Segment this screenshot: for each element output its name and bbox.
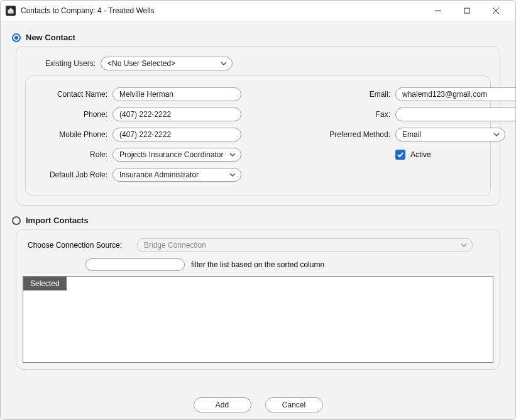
role-dropdown[interactable]: Projects Insurance Coordinator bbox=[113, 148, 241, 162]
contact-form-panel: Contact Name: Melville Herman Email: wha… bbox=[25, 75, 491, 196]
chevron-down-icon bbox=[221, 60, 227, 67]
default-job-role-dropdown[interactable]: Insurance Administrator bbox=[113, 168, 241, 182]
import-contacts-heading: Import Contacts bbox=[26, 216, 89, 225]
email-label: Email: bbox=[307, 90, 395, 99]
filter-input[interactable] bbox=[85, 258, 185, 271]
button-bar: Add Cancel bbox=[1, 397, 515, 412]
contact-name-label: Contact Name: bbox=[37, 90, 113, 99]
contact-name-input[interactable]: Melville Herman bbox=[113, 87, 241, 101]
filter-hint: filter the list based on the sorted colu… bbox=[191, 260, 324, 269]
new-contact-panel: Existing Users: <No User Selected> Conta… bbox=[16, 46, 500, 206]
existing-users-dropdown[interactable]: <No User Selected> bbox=[101, 57, 233, 70]
title-bar: Contacts to Company: 4 - Treated Wells bbox=[1, 1, 515, 21]
existing-users-label: Existing Users: bbox=[25, 59, 101, 68]
fax-label: Fax: bbox=[307, 110, 395, 119]
connection-source-dropdown[interactable]: Bridge Connection bbox=[137, 238, 473, 252]
app-icon bbox=[6, 6, 16, 16]
import-contacts-radio[interactable] bbox=[12, 216, 21, 225]
mobile-phone-label: Mobile Phone: bbox=[37, 130, 113, 139]
add-button[interactable]: Add bbox=[194, 397, 251, 412]
window-title: Contacts to Company: 4 - Treated Wells bbox=[21, 6, 155, 15]
import-contacts-panel: Choose Connection Source: Bridge Connect… bbox=[16, 229, 500, 370]
chevron-down-icon bbox=[493, 131, 500, 138]
role-label: Role: bbox=[37, 150, 113, 159]
fax-input[interactable] bbox=[395, 108, 516, 121]
new-contact-radio-row[interactable]: New Contact bbox=[12, 33, 505, 42]
phone-input[interactable]: (407) 222-2222 bbox=[113, 108, 241, 121]
import-grid[interactable]: Selected bbox=[23, 276, 493, 363]
connection-source-label: Choose Connection Source: bbox=[28, 241, 128, 250]
window-minimize-button[interactable] bbox=[424, 1, 453, 20]
import-contacts-radio-row[interactable]: Import Contacts bbox=[12, 216, 505, 225]
chevron-down-icon bbox=[229, 152, 236, 158]
cancel-button[interactable]: Cancel bbox=[265, 397, 323, 412]
svg-rect-1 bbox=[464, 8, 469, 13]
email-input[interactable]: whalemd123@gmail.com bbox=[395, 87, 516, 101]
active-checkbox[interactable] bbox=[395, 150, 405, 160]
mobile-phone-input[interactable]: (407) 222-2222 bbox=[113, 128, 241, 141]
default-job-role-label: Default Job Role: bbox=[37, 170, 113, 179]
window-maximize-button[interactable] bbox=[453, 1, 481, 20]
grid-header-selected[interactable]: Selected bbox=[23, 277, 67, 290]
new-contact-heading: New Contact bbox=[26, 33, 75, 42]
phone-label: Phone: bbox=[37, 110, 113, 119]
window-close-button[interactable] bbox=[481, 1, 510, 20]
active-label: Active bbox=[410, 150, 431, 159]
chevron-down-icon bbox=[229, 172, 236, 178]
chevron-down-icon bbox=[461, 242, 467, 248]
preferred-method-dropdown[interactable]: Email bbox=[395, 128, 505, 141]
preferred-method-label: Preferred Method: bbox=[307, 130, 395, 139]
new-contact-radio[interactable] bbox=[12, 33, 21, 42]
